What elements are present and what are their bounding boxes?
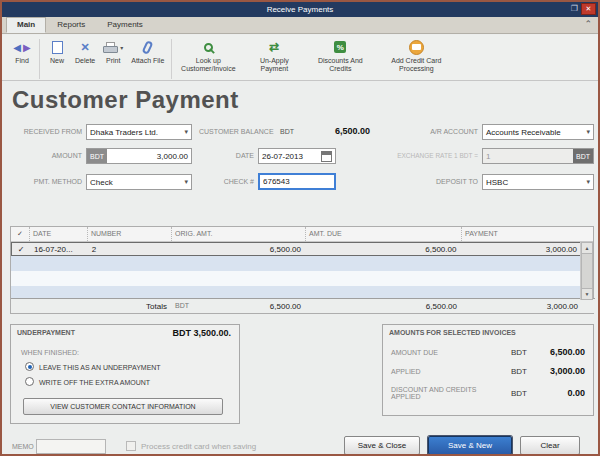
paperclip-icon <box>142 40 154 55</box>
attach-file-button[interactable]: Attach File <box>127 37 168 67</box>
lookup-label: Look up Customer/Invoice <box>179 57 237 73</box>
page-title: Customer Payment <box>12 86 239 114</box>
write-off-radio[interactable] <box>25 377 34 386</box>
chevron-down-icon: ▾ <box>586 128 590 136</box>
delete-label: Delete <box>75 57 95 65</box>
restore-window-icon[interactable]: ❐ <box>571 3 578 15</box>
number-column-header: NUMBER <box>87 227 171 241</box>
discounts-label: Discounts And Credits <box>311 57 369 73</box>
orig-amt-column-header: ORIG. AMT. <box>171 227 305 241</box>
customer-balance-value: 6,500.00 <box>310 126 370 136</box>
tab-payments[interactable]: Payments <box>96 17 154 33</box>
save-new-button[interactable]: Save & New <box>428 436 512 455</box>
memo-input[interactable] <box>36 439 106 454</box>
unapply-payment-button[interactable]: ⇄ Un-Apply Payment <box>241 37 307 75</box>
clear-button[interactable]: Clear <box>520 436 580 455</box>
title-bar: Receive Payments ❐ ✕ <box>2 2 598 17</box>
leave-underpayment-radio[interactable] <box>25 362 34 371</box>
table-row[interactable]: ✓ 16-07-20... 2 6,500.00 6,500.00 3,000.… <box>11 242 582 256</box>
row-amt-due[interactable]: 6,500.00 <box>305 245 460 254</box>
deposit-to-dropdown[interactable]: HSBC ▾ <box>482 174 594 190</box>
find-button[interactable]: ◀ ▶ Find <box>8 37 36 67</box>
table-scrollbar[interactable]: ▲ ▼ <box>580 242 593 300</box>
tab-main[interactable]: Main <box>6 17 46 33</box>
collapse-ribbon-icon[interactable]: ⌃ <box>584 19 592 29</box>
find-back-icon[interactable]: ◀ <box>13 42 21 53</box>
magnifier-icon <box>204 43 213 52</box>
amount-due-label: AMOUNT DUE <box>391 349 438 356</box>
exchange-rate-value: 1 <box>486 152 490 161</box>
row-number[interactable]: 2 <box>88 245 172 254</box>
close-window-button[interactable]: ✕ <box>581 3 596 15</box>
applied-label: APPLIED <box>391 368 421 375</box>
toolbar: ◀ ▶ Find New ✕ Delete ▾ Print Attach Fil… <box>2 35 598 81</box>
amount-due-value: 6,500.00 <box>525 347 585 357</box>
tab-reports[interactable]: Reports <box>46 17 96 33</box>
check-column-header: ✓ <box>11 227 29 241</box>
when-finished-label: WHEN FINISHED: <box>21 349 79 356</box>
discount-value: 0.00 <box>525 388 585 398</box>
toolbar-separator <box>39 39 40 79</box>
window-title: Receive Payments <box>267 5 334 14</box>
discount-icon: % <box>334 41 346 53</box>
totals-orig-amt: 6,500.00 <box>270 302 301 311</box>
unapply-label: Un-Apply Payment <box>245 57 303 73</box>
pmt-method-dropdown[interactable]: Check ▾ <box>86 174 192 190</box>
find-forward-icon[interactable]: ▶ <box>23 42 31 53</box>
scrollbar-thumb[interactable] <box>581 254 593 288</box>
ar-account-label: A/R ACCOUNT <box>368 128 478 135</box>
exchange-rate-field: 1 BDT <box>482 148 594 164</box>
date-label: DATE <box>208 152 254 159</box>
unapply-arrows-icon: ⇄ <box>269 40 279 54</box>
print-label: Print <box>106 57 120 65</box>
printer-icon <box>103 42 118 53</box>
amt-due-column-header: AMT. DUE <box>305 227 461 241</box>
empty-row <box>11 271 582 286</box>
row-date[interactable]: 16-07-20... <box>30 245 88 254</box>
underpayment-panel: UNDERPAYMENT BDT 3,500.00. WHEN FINISHED… <box>10 324 240 424</box>
check-number-label: CHECK # <box>200 178 254 185</box>
received-from-dropdown[interactable]: Dhaka Traders Ltd. ▾ <box>86 124 192 140</box>
delete-button[interactable]: ✕ Delete <box>71 37 99 67</box>
scroll-down-icon[interactable]: ▼ <box>581 288 593 300</box>
totals-amt-due: 6,500.00 <box>305 302 461 311</box>
process-cc-checkbox[interactable] <box>126 441 136 451</box>
print-button[interactable]: ▾ Print <box>99 37 127 67</box>
new-button[interactable]: New <box>43 37 71 67</box>
save-close-button[interactable]: Save & Close <box>344 436 420 455</box>
find-label: Find <box>15 57 29 65</box>
pmt-method-value: Check <box>90 178 113 187</box>
amount-currency-chip: BDT <box>87 149 107 163</box>
applied-value: 3,000.00 <box>525 366 585 376</box>
empty-row <box>11 256 582 271</box>
write-off-label[interactable]: WRITE OFF THE EXTRA AMOUNT <box>39 379 150 386</box>
underpayment-title: UNDERPAYMENT <box>17 329 75 336</box>
amount-field[interactable]: BDT 3,000.00 <box>86 148 192 164</box>
print-dropdown-icon[interactable]: ▾ <box>120 44 123 51</box>
view-customer-contact-button[interactable]: VIEW CUSTOMER CONTACT INFORMATION <box>23 398 223 415</box>
discount-credits-label: DISCOUNT AND CREDITS APPLIED <box>391 386 491 400</box>
customer-balance-label: CUSTOMER BALANCE <box>199 128 274 135</box>
row-check-icon[interactable]: ✓ <box>12 245 30 254</box>
ribbon-tabbar: Main Reports Payments ⌃ <box>2 17 598 34</box>
discounts-credits-button[interactable]: % Discounts And Credits <box>307 37 373 75</box>
totals-label: Totals <box>87 302 171 311</box>
add-cc-label: Add Credit Card Processing <box>387 57 445 73</box>
add-credit-card-button[interactable]: Add Credit Card Processing <box>383 37 449 75</box>
invoices-table: ✓ DATE NUMBER ORIG. AMT. AMT. DUE PAYMEN… <box>10 226 594 314</box>
leave-underpayment-label[interactable]: LEAVE THIS AS AN UNDERPAYMENT <box>39 364 161 371</box>
check-number-input[interactable] <box>258 173 336 190</box>
scroll-up-icon[interactable]: ▲ <box>581 242 593 254</box>
close-icon: ✕ <box>586 5 592 13</box>
calendar-icon[interactable] <box>321 151 332 162</box>
deposit-to-value: HSBC <box>486 178 508 187</box>
amount-value: 3,000.00 <box>110 152 188 161</box>
amount-label: AMOUNT <box>10 152 82 159</box>
row-orig-amt[interactable]: 6,500.00 <box>171 245 305 254</box>
lookup-customer-invoice-button[interactable]: Look up Customer/Invoice <box>175 37 241 75</box>
date-field[interactable]: 26-07-2013 <box>258 148 336 164</box>
delete-icon: ✕ <box>81 41 90 54</box>
table-header-row: ✓ DATE NUMBER ORIG. AMT. AMT. DUE PAYMEN… <box>11 227 593 242</box>
ar-account-dropdown[interactable]: Accounts Receivable ▾ <box>482 124 594 140</box>
row-payment[interactable]: 3,000.00 <box>460 245 581 254</box>
